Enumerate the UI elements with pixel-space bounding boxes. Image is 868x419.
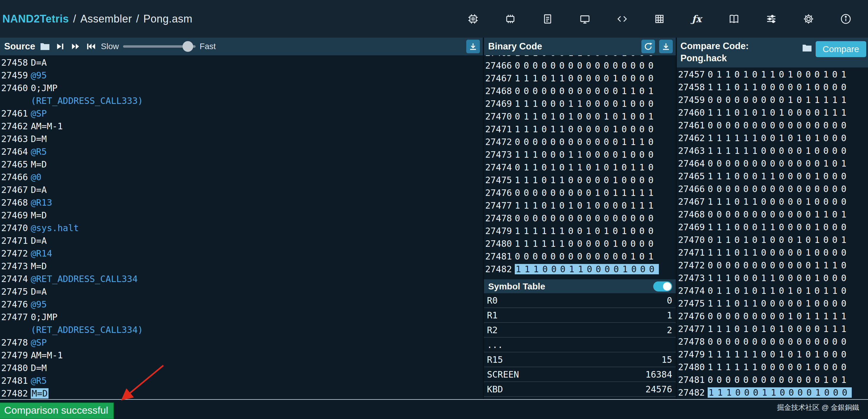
line-number: 27466 <box>484 59 515 72</box>
fast-label: Fast <box>200 42 216 51</box>
binary-line: 274680000000000001101 <box>484 85 676 97</box>
book-icon[interactable] <box>728 13 740 25</box>
compare-line: 274791111110010101000 <box>677 348 868 361</box>
line-number: 27476 <box>677 310 708 323</box>
info-icon[interactable] <box>840 13 852 25</box>
instruction: D=A <box>31 236 47 246</box>
compare-line: 274821110001100001000 <box>677 386 868 399</box>
line-number: 27465 <box>0 158 31 171</box>
line-number: 27460 <box>0 82 31 94</box>
symbol-name: R1 <box>487 310 498 321</box>
speed-slider[interactable] <box>123 45 195 48</box>
line-number: 27463 <box>677 144 708 157</box>
cpu-icon[interactable] <box>504 13 517 25</box>
instruction: @SP <box>31 337 47 348</box>
line-number: 27470 <box>484 110 515 123</box>
instruction: @RET_ADDRESS_CALL334 <box>31 274 137 284</box>
chip-icon[interactable] <box>467 13 479 25</box>
line-number: 27477 <box>484 199 515 212</box>
line-number: 27482 <box>484 263 515 275</box>
breadcrumb: NAND2Tetris / Assembler / Pong.asm <box>2 13 193 25</box>
line-number: 27459 <box>0 69 31 82</box>
compare-code-listing: 274570110101101000101 274581110110000010… <box>677 67 868 399</box>
binary-value: 0000000000000000 <box>515 213 657 223</box>
step-forward-icon[interactable] <box>55 41 66 52</box>
binary-value: 1110110000010000 <box>708 82 850 92</box>
load-file-icon[interactable] <box>39 41 51 52</box>
fx-icon[interactable]: ƒx <box>690 13 703 25</box>
line-number: 27479 <box>0 349 31 362</box>
binary-value: 0110101101000101 <box>708 69 850 80</box>
symbol-value: 2 <box>667 325 672 335</box>
line-number: 27474 <box>0 272 31 285</box>
binary-value: 1110110000010000 <box>708 197 850 207</box>
binary-value: 1111110010101000 <box>515 226 657 236</box>
symbol-name: R2 <box>487 325 498 335</box>
source-line: 274770;JMP <box>0 311 483 323</box>
binary-value: 1110110000010000 <box>708 247 850 258</box>
line-number: 27467 <box>484 72 515 85</box>
symbol-value: 16384 <box>646 369 672 380</box>
line-number: 27478 <box>0 336 31 349</box>
line-number: 27471 <box>0 234 31 247</box>
line-number: 27466 <box>0 171 31 183</box>
run-fast-forward-icon[interactable] <box>70 41 81 52</box>
symbol-table-toggle[interactable] <box>653 281 672 292</box>
instruction: @R5 <box>31 147 47 157</box>
source-line: 27463D=M <box>0 132 483 145</box>
toggle-knob <box>663 282 671 291</box>
binary-value: 0000000000001110 <box>515 137 657 147</box>
compare-line: 274751110110000010000 <box>677 297 868 310</box>
compare-button[interactable]: Compare <box>816 41 866 57</box>
compare-line: 274810000000000000101 <box>677 373 868 386</box>
speed-slider-knob[interactable] <box>183 41 193 52</box>
source-line: 27458D=A <box>0 56 483 69</box>
binary-value: 0110101101010110 <box>515 162 657 173</box>
line-number: 27462 <box>0 120 31 132</box>
symbol-name: R15 <box>487 355 503 365</box>
app-header: NAND2Tetris / Assembler / Pong.asm ƒx <box>0 0 868 37</box>
line-number: 27468 <box>484 85 515 97</box>
source-line: (RET_ADDRESS_CALL333) <box>0 94 483 107</box>
symbol-value: 0 <box>667 295 672 306</box>
brand-title[interactable]: NAND2Tetris <box>2 13 69 25</box>
compare-title-line1: Compare Code: <box>680 40 799 52</box>
source-line: 27467D=A <box>0 183 483 196</box>
compare-line: 274590000000001011111 <box>677 93 868 106</box>
line-number: 27481 <box>484 250 515 263</box>
line-number: 27469 <box>677 221 708 234</box>
binary-line: 274760000000001011111 <box>484 186 676 199</box>
load-compare-file-icon[interactable] <box>801 42 813 54</box>
asm-document-icon[interactable] <box>541 13 554 25</box>
memory-grid-icon[interactable] <box>653 13 665 25</box>
line-number: 27467 <box>0 183 31 196</box>
source-line: 27472@R14 <box>0 247 483 260</box>
line-number: 27480 <box>0 362 31 374</box>
binary-value: 1111110000010000 <box>515 239 657 249</box>
header-toolbar: ƒx <box>467 13 852 25</box>
source-line: 27478@SP <box>0 336 483 349</box>
screen-icon[interactable] <box>579 13 591 25</box>
slow-label: Slow <box>101 42 119 51</box>
instruction: D=A <box>31 287 47 297</box>
instruction: 0;JMP <box>31 312 57 322</box>
rewind-to-start-icon[interactable] <box>86 41 97 52</box>
compare-line: 274801111110000010000 <box>677 361 868 373</box>
binary-value: 0000000000001101 <box>515 86 657 96</box>
binary-value: 0110101000101001 <box>515 111 657 122</box>
binary-panel-title: Binary Code <box>488 41 542 52</box>
binary-value: 0000000000001110 <box>708 260 850 270</box>
code-icon[interactable] <box>616 13 628 25</box>
tune-icon[interactable] <box>765 13 777 25</box>
binary-panel: Binary Code 274651110001100001000 274660… <box>483 37 676 399</box>
breadcrumb-tool: Assembler <box>80 13 132 25</box>
source-panel-title: Source <box>4 41 35 52</box>
download-binary-icon[interactable] <box>659 40 673 53</box>
line-number: 27465 <box>484 55 515 59</box>
gear-icon[interactable] <box>802 13 815 25</box>
line-number: 27479 <box>677 348 708 361</box>
fx-glyph: ƒx <box>692 13 702 25</box>
source-line: 27482M=D <box>0 387 483 399</box>
download-source-icon[interactable] <box>466 40 480 53</box>
reset-icon[interactable] <box>641 40 655 53</box>
